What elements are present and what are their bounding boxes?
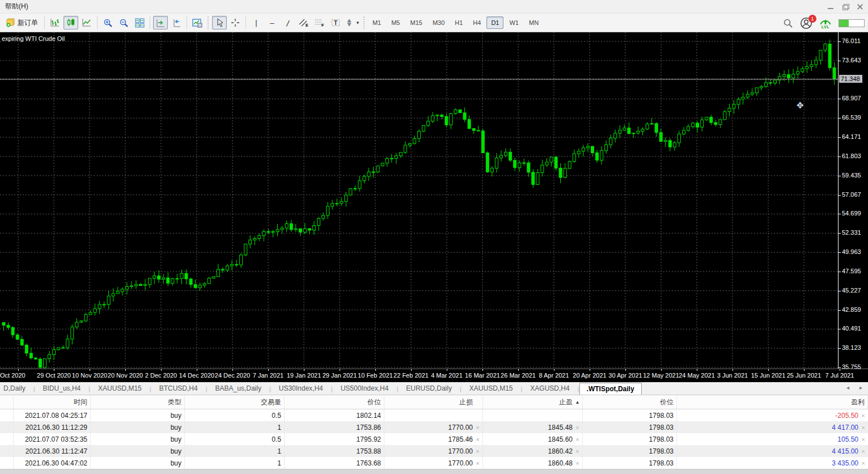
- minimize-icon[interactable]: [827, 4, 834, 10]
- timeframe-button-w1[interactable]: W1: [505, 16, 523, 29]
- position-row[interactable]: 2021.07.08 04:25:17buy0.51802.141798.03-…: [0, 409, 868, 421]
- zoom-out-button[interactable]: [116, 16, 131, 29]
- lvl-label: LVL: [822, 25, 829, 29]
- search-icon[interactable]: [783, 18, 793, 28]
- tab-scroll-right-icon[interactable]: ▸: [859, 384, 862, 391]
- time-tick-label: 29 Oct 2020: [37, 372, 71, 379]
- time-tick-label: 30 Apr 2021: [608, 372, 642, 379]
- dropdown-arrow-icon: ▼: [355, 20, 360, 26]
- timeframe-button-d1[interactable]: D1: [486, 16, 503, 29]
- chart-tab-btcusd-h4[interactable]: BTCUSD,H4: [151, 383, 206, 395]
- candlestick-chart-button[interactable]: [63, 16, 78, 29]
- horizontal-line-button[interactable]: —: [265, 16, 280, 29]
- text-label-button[interactable]: T: [328, 16, 343, 29]
- column-header-3[interactable]: 交易量: [185, 395, 285, 409]
- column-header-4[interactable]: 价位: [285, 395, 384, 409]
- menu-help[interactable]: 帮助(H): [0, 0, 33, 13]
- chart-area[interactable]: expiring WTI Crude Oil 76.01173.64368.90…: [0, 32, 868, 382]
- remove-tp-icon[interactable]: ×: [573, 424, 582, 431]
- templates-button[interactable]: [190, 16, 205, 29]
- timeframe-button-m30[interactable]: M30: [428, 16, 449, 29]
- vertical-line-button[interactable]: |: [249, 16, 264, 29]
- auto-scroll-button[interactable]: [153, 16, 168, 29]
- chart-shift-button[interactable]: [169, 16, 184, 29]
- chart-tab-xauusd-m15[interactable]: XAUUSD,M15: [90, 383, 150, 395]
- position-row[interactable]: 2021.06.30 11:12:47buy11753.881770.00×18…: [0, 445, 868, 457]
- chart-tab-xagusd-h4[interactable]: XAGUSD,H4: [522, 383, 577, 395]
- time-tick-label: 19 Jan 2021: [287, 372, 321, 379]
- close-position-icon[interactable]: ×: [858, 436, 868, 443]
- timeframe-button-h4[interactable]: H4: [468, 16, 485, 29]
- cursor-button[interactable]: [212, 16, 227, 29]
- timeframe-group: M1M5M15M30H1H4D1W1MN: [367, 16, 544, 29]
- close-position-icon[interactable]: ×: [858, 460, 868, 467]
- remove-tp-icon[interactable]: ×: [573, 448, 582, 455]
- position-row[interactable]: 2021.06.30 04:47:02buy11763.681770.00×18…: [0, 457, 868, 469]
- remove-sl-icon[interactable]: ×: [473, 436, 482, 443]
- cell-tp: 1845.48×: [483, 421, 583, 433]
- tab-scroll-left-icon[interactable]: ◂: [846, 384, 849, 391]
- remove-sl-icon[interactable]: ×: [473, 424, 482, 431]
- lvl-button[interactable]: LVL: [819, 18, 832, 29]
- time-tick: [482, 369, 483, 371]
- toolbar-separator: [44, 16, 45, 29]
- tile-windows-button[interactable]: [132, 16, 147, 29]
- timeframe-button-m15[interactable]: M15: [405, 16, 426, 29]
- price-tick-label: 54.699: [842, 210, 861, 217]
- cell-volume: 0.5: [185, 409, 285, 421]
- toolbar-separator: [245, 16, 246, 29]
- column-header-5[interactable]: 止损: [384, 395, 483, 409]
- chart-tab-eurusd-daily[interactable]: EURUSD,Daily: [398, 383, 460, 395]
- bar-chart-button[interactable]: [48, 16, 62, 29]
- fibonacci-button[interactable]: F: [312, 16, 327, 29]
- chart-tab-baba-us-daily[interactable]: BABA_us,Daily: [208, 383, 269, 395]
- close-position-icon[interactable]: ×: [858, 424, 868, 431]
- time-axis[interactable]: Oct 202029 Oct 202010 Nov 202020 Nov 202…: [0, 369, 868, 382]
- line-chart-button[interactable]: [79, 16, 94, 29]
- column-header-6[interactable]: 止盈▲: [483, 395, 583, 409]
- zoom-in-button[interactable]: [100, 16, 115, 29]
- restore-icon[interactable]: [842, 4, 849, 10]
- timeframe-button-m1[interactable]: M1: [368, 16, 386, 29]
- price-tick-label: 42.859: [842, 306, 861, 313]
- chart-tab-d-daily[interactable]: D,Daily: [0, 383, 33, 395]
- position-row[interactable]: 2021.06.30 11:12:29buy11753.861770.00×18…: [0, 421, 868, 433]
- arrows-tool-button[interactable]: ▼: [344, 16, 361, 29]
- crosshair-button[interactable]: [228, 16, 243, 29]
- position-row[interactable]: 2021.07.07 03:52:35buy0.51795.921785.46×…: [0, 433, 868, 445]
- column-header-2[interactable]: 类型: [91, 395, 185, 409]
- account-button[interactable]: 1: [800, 17, 812, 29]
- column-header-8[interactable]: 盈利: [677, 395, 868, 409]
- remove-sl-icon[interactable]: ×: [473, 460, 482, 467]
- timeframe-button-h1[interactable]: H1: [450, 16, 467, 29]
- time-tick: [697, 369, 697, 371]
- column-header-7[interactable]: 价位: [583, 395, 677, 409]
- chart-tab--wtispot-daily[interactable]: .WTISpot,Daily: [579, 383, 642, 395]
- price-tick-label: 49.963: [842, 248, 861, 255]
- timeframe-button-m5[interactable]: M5: [387, 16, 404, 29]
- timeframe-button-mn[interactable]: MN: [524, 16, 543, 29]
- remove-tp-icon[interactable]: ×: [573, 460, 582, 467]
- close-position-icon[interactable]: ×: [858, 412, 868, 419]
- close-position-icon[interactable]: ×: [858, 448, 868, 455]
- column-header-1[interactable]: 时间: [14, 395, 91, 409]
- close-icon[interactable]: [857, 4, 863, 10]
- remove-sl-icon[interactable]: ×: [473, 448, 482, 455]
- price-tick-label: 61.803: [842, 153, 861, 159]
- new-order-button[interactable]: 新订单: [3, 16, 41, 29]
- chart-tab-us500index-h4[interactable]: US500Index,H4: [333, 383, 397, 395]
- price-axis[interactable]: 76.01173.64368.90766.53964.17161.80359.4…: [838, 32, 868, 369]
- cell-time: 2021.06.30 11:12:29: [14, 421, 91, 433]
- trendline-button[interactable]: /: [281, 16, 295, 29]
- time-tick: [518, 369, 519, 371]
- chart-tab-bidu-us-h4[interactable]: BIDU_us,H4: [35, 383, 89, 395]
- chart-tab-xauusd-m15[interactable]: XAUUSD,M15: [461, 383, 521, 395]
- time-tick-label: 20 Nov 2020: [108, 372, 143, 379]
- remove-tp-icon[interactable]: ×: [573, 436, 582, 443]
- chart-tab-us30index-h4[interactable]: US30Index,H4: [271, 383, 331, 395]
- auto-scroll-icon: [156, 18, 166, 28]
- equidistant-channel-button[interactable]: E: [297, 16, 311, 29]
- time-tick-label: 4 Mar 2021: [431, 372, 463, 379]
- candlestick-chart[interactable]: [0, 32, 838, 369]
- templates-icon: [192, 18, 202, 28]
